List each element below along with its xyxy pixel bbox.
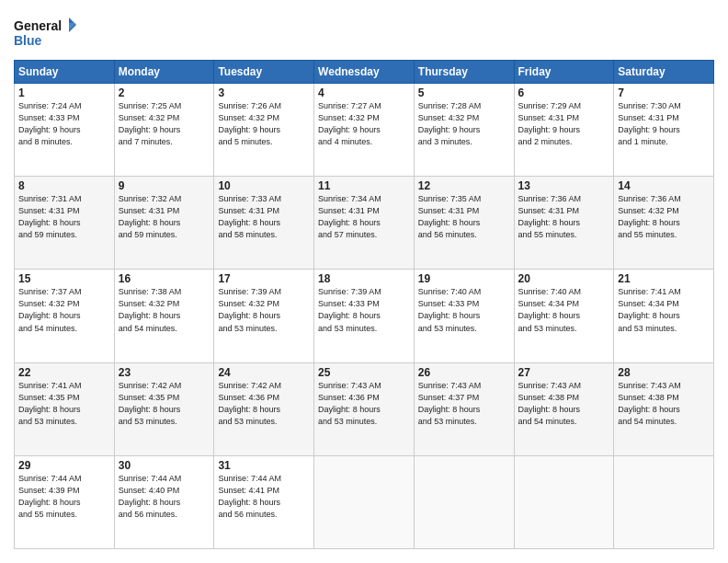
calendar-week-2: 8Sunrise: 7:31 AM Sunset: 4:31 PM Daylig… <box>15 177 714 270</box>
calendar-cell: 30Sunrise: 7:44 AM Sunset: 4:40 PM Dayli… <box>114 455 214 548</box>
calendar-week-5: 29Sunrise: 7:44 AM Sunset: 4:39 PM Dayli… <box>15 455 714 548</box>
weekday-header-wednesday: Wednesday <box>314 61 415 84</box>
day-info: Sunrise: 7:41 AM Sunset: 4:35 PM Dayligh… <box>18 380 110 428</box>
day-number: 14 <box>618 179 710 192</box>
logo: General Blue <box>14 14 78 51</box>
day-number: 28 <box>618 366 710 379</box>
calendar-cell: 22Sunrise: 7:41 AM Sunset: 4:35 PM Dayli… <box>15 362 115 455</box>
day-number: 10 <box>218 179 310 192</box>
day-number: 15 <box>18 272 110 285</box>
calendar-cell <box>414 455 514 548</box>
day-info: Sunrise: 7:28 AM Sunset: 4:32 PM Dayligh… <box>418 100 510 148</box>
day-info: Sunrise: 7:35 AM Sunset: 4:31 PM Dayligh… <box>418 193 510 241</box>
weekday-header-saturday: Saturday <box>614 61 714 84</box>
calendar-week-1: 1Sunrise: 7:24 AM Sunset: 4:33 PM Daylig… <box>15 84 714 177</box>
day-number: 4 <box>318 86 410 99</box>
weekday-header-friday: Friday <box>514 61 614 84</box>
logo-svg: General Blue <box>14 14 78 51</box>
calendar-cell: 17Sunrise: 7:39 AM Sunset: 4:32 PM Dayli… <box>214 270 314 362</box>
day-number: 8 <box>18 179 110 192</box>
day-number: 31 <box>218 459 310 472</box>
calendar-cell: 15Sunrise: 7:37 AM Sunset: 4:32 PM Dayli… <box>15 270 115 362</box>
day-number: 27 <box>518 366 610 379</box>
calendar-cell: 21Sunrise: 7:41 AM Sunset: 4:34 PM Dayli… <box>614 270 714 362</box>
calendar-week-3: 15Sunrise: 7:37 AM Sunset: 4:32 PM Dayli… <box>15 270 714 362</box>
calendar-cell <box>514 455 614 548</box>
weekday-header-sunday: Sunday <box>15 61 115 84</box>
weekday-header-monday: Monday <box>114 61 214 84</box>
day-info: Sunrise: 7:25 AM Sunset: 4:32 PM Dayligh… <box>119 100 210 148</box>
calendar-cell: 8Sunrise: 7:31 AM Sunset: 4:31 PM Daylig… <box>15 177 115 270</box>
day-info: Sunrise: 7:37 AM Sunset: 4:32 PM Dayligh… <box>18 286 110 334</box>
day-info: Sunrise: 7:38 AM Sunset: 4:32 PM Dayligh… <box>119 286 210 334</box>
day-number: 16 <box>119 272 210 285</box>
calendar-cell: 20Sunrise: 7:40 AM Sunset: 4:34 PM Dayli… <box>514 270 614 362</box>
weekday-header-thursday: Thursday <box>414 61 514 84</box>
day-info: Sunrise: 7:44 AM Sunset: 4:39 PM Dayligh… <box>18 473 110 521</box>
calendar-cell: 5Sunrise: 7:28 AM Sunset: 4:32 PM Daylig… <box>414 84 514 177</box>
day-info: Sunrise: 7:31 AM Sunset: 4:31 PM Dayligh… <box>18 193 110 241</box>
day-info: Sunrise: 7:29 AM Sunset: 4:31 PM Dayligh… <box>518 100 610 148</box>
day-number: 9 <box>119 179 210 192</box>
calendar-cell: 9Sunrise: 7:32 AM Sunset: 4:31 PM Daylig… <box>114 177 214 270</box>
day-number: 17 <box>218 272 310 285</box>
day-number: 1 <box>18 86 110 99</box>
calendar-cell: 25Sunrise: 7:43 AM Sunset: 4:36 PM Dayli… <box>314 362 415 455</box>
calendar-cell: 10Sunrise: 7:33 AM Sunset: 4:31 PM Dayli… <box>214 177 314 270</box>
svg-text:General: General <box>14 18 62 33</box>
day-info: Sunrise: 7:33 AM Sunset: 4:31 PM Dayligh… <box>218 193 310 241</box>
calendar-cell: 24Sunrise: 7:42 AM Sunset: 4:36 PM Dayli… <box>214 362 314 455</box>
day-info: Sunrise: 7:32 AM Sunset: 4:31 PM Dayligh… <box>119 193 210 241</box>
day-number: 13 <box>518 179 610 192</box>
day-number: 30 <box>119 459 210 472</box>
calendar-cell: 14Sunrise: 7:36 AM Sunset: 4:32 PM Dayli… <box>614 177 714 270</box>
day-number: 12 <box>418 179 510 192</box>
day-number: 18 <box>318 272 410 285</box>
day-number: 5 <box>418 86 510 99</box>
calendar-header-row: SundayMondayTuesdayWednesdayThursdayFrid… <box>15 61 714 84</box>
calendar-cell: 18Sunrise: 7:39 AM Sunset: 4:33 PM Dayli… <box>314 270 415 362</box>
calendar-cell <box>614 455 714 548</box>
day-info: Sunrise: 7:24 AM Sunset: 4:33 PM Dayligh… <box>18 100 110 148</box>
calendar-cell: 16Sunrise: 7:38 AM Sunset: 4:32 PM Dayli… <box>114 270 214 362</box>
calendar-cell: 11Sunrise: 7:34 AM Sunset: 4:31 PM Dayli… <box>314 177 415 270</box>
day-info: Sunrise: 7:43 AM Sunset: 4:38 PM Dayligh… <box>618 380 710 428</box>
calendar-cell: 1Sunrise: 7:24 AM Sunset: 4:33 PM Daylig… <box>15 84 115 177</box>
calendar-cell: 3Sunrise: 7:26 AM Sunset: 4:32 PM Daylig… <box>214 84 314 177</box>
day-info: Sunrise: 7:34 AM Sunset: 4:31 PM Dayligh… <box>318 193 410 241</box>
day-number: 25 <box>318 366 410 379</box>
day-number: 19 <box>418 272 510 285</box>
day-number: 20 <box>518 272 610 285</box>
day-info: Sunrise: 7:44 AM Sunset: 4:41 PM Dayligh… <box>218 473 310 521</box>
day-info: Sunrise: 7:44 AM Sunset: 4:40 PM Dayligh… <box>119 473 210 521</box>
weekday-header-tuesday: Tuesday <box>214 61 314 84</box>
day-info: Sunrise: 7:42 AM Sunset: 4:35 PM Dayligh… <box>119 380 210 428</box>
day-number: 26 <box>418 366 510 379</box>
day-number: 21 <box>618 272 710 285</box>
calendar-cell: 13Sunrise: 7:36 AM Sunset: 4:31 PM Dayli… <box>514 177 614 270</box>
calendar-cell: 6Sunrise: 7:29 AM Sunset: 4:31 PM Daylig… <box>514 84 614 177</box>
svg-text:Blue: Blue <box>14 33 42 48</box>
calendar-cell: 31Sunrise: 7:44 AM Sunset: 4:41 PM Dayli… <box>214 455 314 548</box>
day-info: Sunrise: 7:40 AM Sunset: 4:33 PM Dayligh… <box>418 286 510 334</box>
day-info: Sunrise: 7:43 AM Sunset: 4:36 PM Dayligh… <box>318 380 410 428</box>
day-number: 23 <box>119 366 210 379</box>
calendar-cell <box>314 455 415 548</box>
day-number: 2 <box>119 86 210 99</box>
day-info: Sunrise: 7:39 AM Sunset: 4:32 PM Dayligh… <box>218 286 310 334</box>
calendar-cell: 28Sunrise: 7:43 AM Sunset: 4:38 PM Dayli… <box>614 362 714 455</box>
day-info: Sunrise: 7:26 AM Sunset: 4:32 PM Dayligh… <box>218 100 310 148</box>
day-info: Sunrise: 7:36 AM Sunset: 4:32 PM Dayligh… <box>618 193 710 241</box>
day-info: Sunrise: 7:40 AM Sunset: 4:34 PM Dayligh… <box>518 286 610 334</box>
day-number: 22 <box>18 366 110 379</box>
day-number: 11 <box>318 179 410 192</box>
day-info: Sunrise: 7:27 AM Sunset: 4:32 PM Dayligh… <box>318 100 410 148</box>
calendar-body: 1Sunrise: 7:24 AM Sunset: 4:33 PM Daylig… <box>15 84 714 549</box>
day-number: 7 <box>618 86 710 99</box>
day-number: 6 <box>518 86 610 99</box>
calendar-cell: 19Sunrise: 7:40 AM Sunset: 4:33 PM Dayli… <box>414 270 514 362</box>
calendar-cell: 12Sunrise: 7:35 AM Sunset: 4:31 PM Dayli… <box>414 177 514 270</box>
day-info: Sunrise: 7:43 AM Sunset: 4:38 PM Dayligh… <box>518 380 610 428</box>
day-number: 29 <box>18 459 110 472</box>
header: General Blue <box>14 14 714 51</box>
